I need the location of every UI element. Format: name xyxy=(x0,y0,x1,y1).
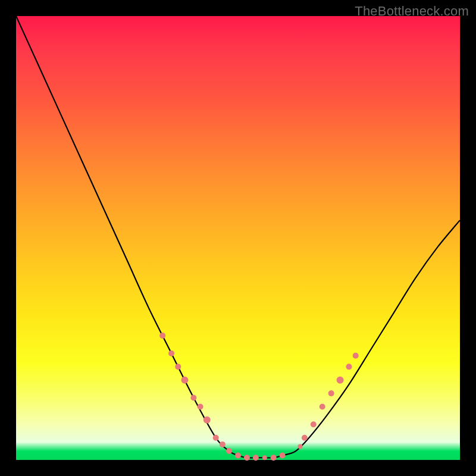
marker-point xyxy=(220,441,226,447)
marker-point xyxy=(213,435,219,441)
marker-group xyxy=(159,333,359,461)
marker-point xyxy=(302,435,308,441)
marker-point xyxy=(198,403,203,409)
marker-point xyxy=(353,353,359,359)
marker-point xyxy=(159,333,165,339)
marker-point xyxy=(262,455,267,460)
marker-point xyxy=(328,390,334,396)
marker-point xyxy=(203,416,211,424)
marker-point xyxy=(235,453,241,459)
marker-point xyxy=(244,455,250,461)
chart-svg xyxy=(16,16,460,460)
marker-point xyxy=(226,448,232,454)
watermark-text: TheBottleneck.com xyxy=(355,4,469,19)
marker-point xyxy=(346,364,352,369)
marker-point xyxy=(271,455,277,461)
marker-point xyxy=(280,453,286,459)
marker-point xyxy=(311,421,317,427)
marker-point xyxy=(298,444,302,449)
marker-point xyxy=(175,364,181,369)
marker-point xyxy=(168,350,174,356)
marker-point xyxy=(320,403,325,409)
marker-point xyxy=(337,377,344,384)
marker-point xyxy=(190,395,196,401)
bottleneck-curve xyxy=(16,16,460,458)
marker-point xyxy=(253,455,259,461)
chart-frame: TheBottleneck.com xyxy=(0,0,476,476)
marker-point xyxy=(181,377,188,384)
